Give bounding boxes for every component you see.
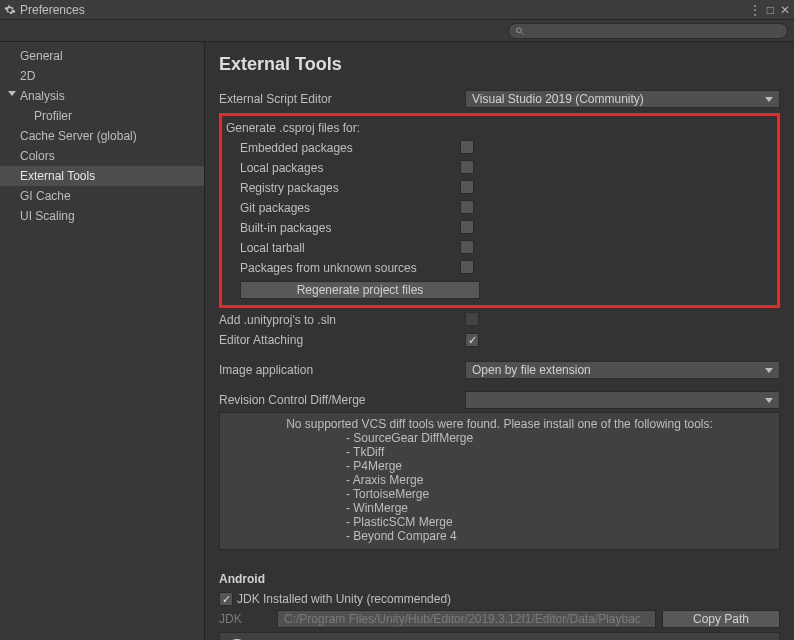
svg-point-0 [517, 27, 522, 32]
copy-path-button[interactable]: Copy Path [662, 610, 780, 628]
sidebar-item-profiler[interactable]: Profiler [0, 106, 204, 126]
search-icon [515, 26, 525, 36]
sidebar-item-analysis[interactable]: Analysis [0, 86, 204, 106]
sidebar-item-gi-cache[interactable]: GI Cache [0, 186, 204, 206]
csproj-opt-git: Git packages [226, 201, 460, 215]
csproj-highlight: Generate .csproj files for: Embedded pac… [219, 113, 780, 308]
maximize-icon[interactable]: □ [767, 3, 774, 17]
csproj-opt-unknown: Packages from unknown sources [226, 261, 460, 275]
main-panel: External Tools External Script Editor Vi… [205, 42, 794, 640]
search-input[interactable] [529, 25, 782, 37]
csproj-check-tarball[interactable] [460, 240, 474, 254]
add-unityproj-check [465, 312, 479, 326]
csproj-check-embedded[interactable] [460, 140, 474, 154]
regenerate-button[interactable]: Regenerate project files [240, 281, 480, 299]
page-title: External Tools [219, 54, 780, 75]
menu-icon[interactable]: ⋮ [749, 3, 761, 17]
revision-label: Revision Control Diff/Merge [219, 393, 465, 407]
image-app-dropdown[interactable]: Open by file extension [465, 361, 780, 379]
vcs-tool-6: - PlasticSCM Merge [226, 515, 773, 529]
editor-attaching-check[interactable] [465, 333, 479, 347]
revision-dropdown[interactable] [465, 391, 780, 409]
gear-icon [4, 4, 16, 16]
vcs-tool-0: - SourceGear DiffMerge [226, 431, 773, 445]
close-icon[interactable]: ✕ [780, 3, 790, 17]
svg-line-1 [521, 32, 523, 34]
search-box[interactable] [508, 23, 788, 39]
sidebar-item-external-tools[interactable]: External Tools [0, 166, 204, 186]
jdk-installed-check[interactable] [219, 592, 233, 606]
vcs-info-box: No supported VCS diff tools were found. … [219, 412, 780, 550]
script-editor-dropdown[interactable]: Visual Studio 2019 (Community) [465, 90, 780, 108]
editor-attaching-label: Editor Attaching [219, 333, 465, 347]
window-title: Preferences [20, 3, 85, 17]
jdk-path-field: C:/Program Files/Unity/Hub/Editor/2019.3… [277, 610, 656, 628]
sidebar-item-general[interactable]: General [0, 46, 204, 66]
image-app-label: Image application [219, 363, 465, 377]
vcs-tool-5: - WinMerge [226, 501, 773, 515]
vcs-tool-4: - TortoiseMerge [226, 487, 773, 501]
vcs-tool-7: - Beyond Compare 4 [226, 529, 773, 543]
sidebar-item-cache-server[interactable]: Cache Server (global) [0, 126, 204, 146]
sidebar-item-colors[interactable]: Colors [0, 146, 204, 166]
csproj-opt-builtin: Built-in packages [226, 221, 460, 235]
csproj-opt-registry: Registry packages [226, 181, 460, 195]
jdk-installed-label: JDK Installed with Unity (recommended) [237, 592, 451, 606]
vcs-tool-3: - Araxis Merge [226, 473, 773, 487]
sidebar: General 2D Analysis Profiler Cache Serve… [0, 42, 205, 640]
titlebar: Preferences ⋮ □ ✕ [0, 0, 794, 20]
csproj-check-local[interactable] [460, 160, 474, 174]
toolbar [0, 20, 794, 42]
jdk-label: JDK [219, 612, 271, 626]
csproj-check-unknown[interactable] [460, 260, 474, 274]
csproj-opt-local: Local packages [226, 161, 460, 175]
vcs-tool-1: - TkDiff [226, 445, 773, 459]
script-editor-label: External Script Editor [219, 92, 465, 106]
csproj-heading: Generate .csproj files for: [226, 121, 360, 135]
sidebar-item-2d[interactable]: 2D [0, 66, 204, 86]
csproj-check-git[interactable] [460, 200, 474, 214]
sidebar-item-ui-scaling[interactable]: UI Scaling [0, 206, 204, 226]
vcs-notfound: No supported VCS diff tools were found. … [226, 417, 773, 431]
csproj-opt-embedded: Embedded packages [226, 141, 460, 155]
android-heading: Android [219, 572, 780, 586]
jdk-info-box: ! JDK installed with Unity is based on O… [219, 632, 780, 640]
image-app-value: Open by file extension [472, 363, 591, 377]
add-unityproj-label: Add .unityproj's to .sln [219, 313, 465, 327]
csproj-check-registry[interactable] [460, 180, 474, 194]
script-editor-value: Visual Studio 2019 (Community) [472, 92, 644, 106]
csproj-opt-tarball: Local tarball [226, 241, 460, 255]
csproj-check-builtin[interactable] [460, 220, 474, 234]
vcs-tool-2: - P4Merge [226, 459, 773, 473]
